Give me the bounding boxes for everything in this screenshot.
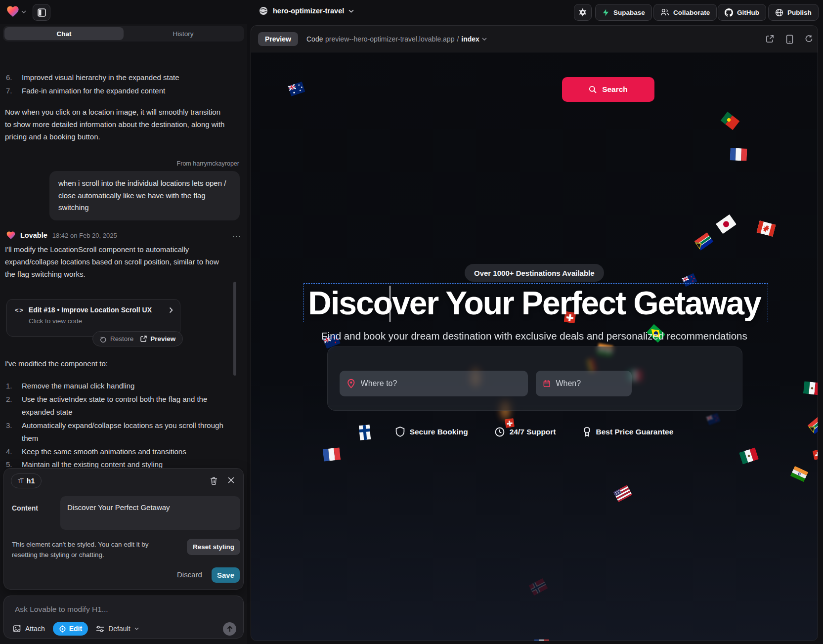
search-icon [589,86,597,93]
attach-button[interactable]: Attach [13,624,45,633]
publish-globe-icon [775,8,783,17]
flag-au-icon [288,82,305,96]
chat-sidebar: Chat History 6. Improved visual hierarch… [0,24,247,644]
composer-input[interactable] [15,605,227,614]
list-number: 5. [6,458,22,469]
project-switcher[interactable]: hero-optimizer-travel [259,6,354,16]
attach-image-icon [13,624,22,633]
tab-preview[interactable]: Preview [258,32,298,46]
list-number: 2. [6,393,22,419]
publish-label: Publish [787,9,812,16]
preview-panel: Preview Code preview--hero-optimizer-tra… [251,25,818,641]
collaborate-label: Collaborate [673,9,710,16]
edit-card-title: Edit #18 • Improve Location Scroll UX [29,306,152,314]
editor-note: This element can't be styled. You can ed… [12,539,170,560]
logo-chevron-down-icon[interactable] [21,10,26,13]
url-bar[interactable]: preview--hero-optimizer-travel.lovable.a… [325,35,487,43]
send-button[interactable] [223,622,236,636]
list-text: Keep the same smooth animations and tran… [22,445,186,459]
message-menu-button[interactable]: ··· [232,231,241,240]
lovable-logo-icon[interactable] [6,4,20,18]
open-in-new-tab-button[interactable] [766,35,774,43]
flag-ca-icon [756,220,776,237]
collaborate-button[interactable]: Collaborate [653,4,717,21]
refresh-icon [805,35,813,43]
supabase-button[interactable]: Supabase [595,4,652,21]
element-tag-pill[interactable]: тT h1 [11,473,42,488]
content-input[interactable]: Discover Your Perfect Getaway [60,496,240,530]
supabase-label: Supabase [613,9,645,16]
github-button[interactable]: GitHub [718,4,766,21]
tab-history[interactable]: History [124,27,243,40]
globe-icon [259,6,268,16]
edit-mode-button[interactable]: Edit [53,622,88,636]
flag-za-icon [694,232,713,251]
preview-version-button[interactable]: Preview [140,335,175,343]
phone-icon [786,35,793,44]
close-editor-button[interactable] [227,476,235,484]
features-row: Secure Booking 24/7 Support Best Price G… [251,427,818,437]
list-number: 4. [6,445,22,459]
preview-toolbar: Preview Code preview--hero-optimizer-tra… [251,26,818,52]
save-button[interactable]: Save [212,567,240,583]
assistant-name: Lovable [20,231,47,239]
flag-us-icon [613,485,632,502]
message-timestamp: 18:42 on Feb 20, 2025 [52,232,117,239]
assistant-steps-list: 1. Remove the manual click handling 2. U… [6,380,229,469]
project-name: hero-optimizer-travel [273,7,344,15]
restore-button[interactable]: Restore [100,335,133,343]
model-default-selector[interactable]: Default [96,625,138,633]
when-field[interactable] [536,371,632,396]
external-link-icon [766,35,774,43]
flag-fr-icon [534,640,549,641]
shield-icon [395,427,405,437]
publish-button[interactable]: Publish [768,4,819,21]
list-item: 1. Remove the manual click handling [6,380,229,393]
settings-button[interactable] [574,4,592,21]
feature-secure-booking: Secure Booking [395,427,468,437]
arrow-up-icon [227,626,233,632]
restore-preview-pill: Restore Preview [92,331,183,346]
model-default-label: Default [108,625,130,633]
user-message-bubble: when i scroll into the individual locati… [49,171,240,220]
edit-card-subtitle: Click to view code [29,317,180,325]
hero-subtitle: Find and book your dream destination wit… [251,330,818,342]
list-text: Use the activeIndex state to control bot… [22,393,229,419]
where-field[interactable] [340,371,528,396]
hero-title[interactable]: Discover Your Perfect Getaway [251,285,818,321]
sidebar-tabs: Chat History [3,26,244,42]
feature-label: 24/7 Support [510,428,556,436]
list-text: Automatically expand/collapse locations … [22,419,229,445]
flag-no-icon [528,578,548,596]
lovable-avatar-icon [6,230,16,240]
flag-fr-icon [730,148,747,161]
discard-button[interactable]: Discard [177,570,202,579]
tab-chat[interactable]: Chat [4,27,124,40]
search-button[interactable]: Search [562,77,654,102]
chat-scrollbar[interactable] [233,282,236,376]
site-viewport: Over 1000+ Destinations Available Discov… [251,52,818,641]
sidebar-toggle-button[interactable] [33,4,50,21]
flag-fr-icon [323,447,341,461]
flag-ch-icon [811,449,818,461]
search-card [327,346,742,411]
code-brackets-icon: < > [15,306,23,314]
assistant-header: Lovable 18:42 on Feb 20, 2025 ··· [6,230,241,241]
preview-version-label: Preview [150,335,175,343]
chevron-down-icon [134,627,139,630]
delete-element-button[interactable] [210,476,218,485]
chat-scroll-area[interactable]: 6. Improved visual hierarchy in the expa… [0,43,247,469]
top-bar: hero-optimizer-travel Supabase Collabora… [0,0,823,24]
supabase-icon [602,8,609,17]
when-input[interactable] [556,379,624,388]
mobile-view-button[interactable] [786,35,793,44]
list-item: 4. Keep the same smooth animations and t… [6,445,229,459]
flag-nz-icon [706,413,721,425]
list-item: 5. Maintain all the existing content and… [6,458,229,469]
reset-styling-button[interactable]: Reset styling [187,539,240,555]
destinations-badge: Over 1000+ Destinations Available [465,264,604,282]
refresh-button[interactable] [805,35,813,43]
trash-icon [210,476,218,485]
where-input[interactable] [361,379,520,388]
tab-code[interactable]: Code [306,35,323,43]
